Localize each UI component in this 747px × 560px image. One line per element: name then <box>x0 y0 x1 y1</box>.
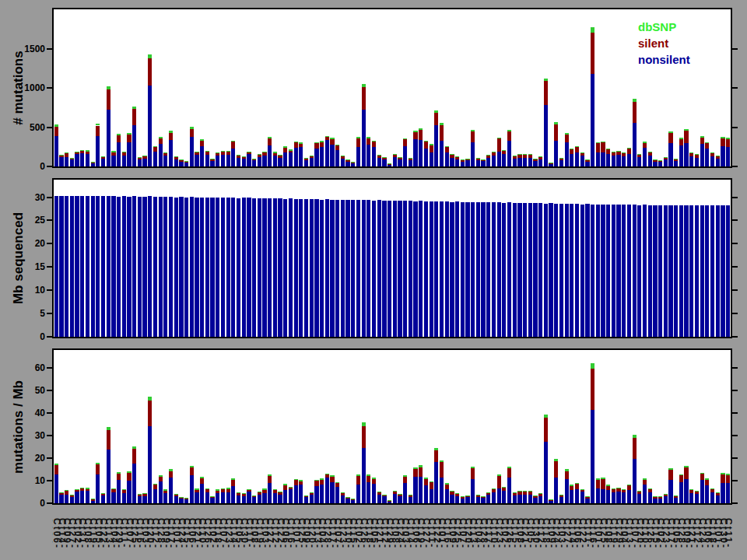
bar-dbsnp <box>184 161 188 162</box>
bar-silent <box>127 135 131 142</box>
bar-dbsnp <box>210 496 214 497</box>
bar-mb <box>96 196 100 337</box>
bar-mb <box>570 204 573 337</box>
bar-silent <box>653 497 657 499</box>
bar-nonsilent <box>351 163 355 166</box>
bar-nonsilent <box>648 156 652 166</box>
bar-nonsilent <box>517 158 521 166</box>
bar-dbsnp <box>658 160 662 161</box>
bar-silent <box>450 492 454 495</box>
bar-mb <box>523 203 527 337</box>
bar-silent <box>320 142 324 147</box>
bar-dbsnp <box>70 158 74 159</box>
bar-mb <box>325 199 329 337</box>
bar-silent <box>273 153 277 156</box>
bar-nonsilent <box>138 496 142 503</box>
bar-silent <box>70 159 74 160</box>
bar-mb <box>242 198 246 337</box>
bar-dbsnp <box>700 136 704 138</box>
bar-mb <box>289 198 293 337</box>
bar-silent <box>434 450 438 463</box>
y-tick-right <box>732 367 738 369</box>
bar-dbsnp <box>310 492 314 493</box>
bar-dbsnp <box>689 152 693 153</box>
bar-dbsnp <box>205 488 209 489</box>
bar-dbsnp <box>278 492 282 492</box>
bar-nonsilent <box>513 159 517 166</box>
bar-silent <box>388 501 391 502</box>
bar-silent <box>190 129 194 137</box>
bar-silent <box>216 491 219 493</box>
bar-nonsilent <box>310 158 314 166</box>
bar-mb <box>575 204 579 337</box>
bar-nonsilent <box>455 159 459 166</box>
bar-dbsnp <box>252 159 256 159</box>
bar-dbsnp <box>372 478 376 479</box>
bar-nonsilent <box>419 477 423 503</box>
legend: dbSNP silent nonsilent <box>638 19 690 68</box>
bar-dbsnp <box>356 137 360 138</box>
bar-dbsnp <box>554 122 558 124</box>
bar-mb <box>637 205 641 337</box>
bar-dbsnp <box>273 152 277 152</box>
bar-dbsnp <box>434 448 438 450</box>
bar-nonsilent <box>294 485 298 503</box>
bar-dbsnp <box>492 488 496 489</box>
bar-nonsilent <box>252 497 256 503</box>
bar-nonsilent <box>658 162 662 166</box>
bar-silent <box>111 489 115 492</box>
bar-nonsilent <box>637 157 641 166</box>
bar-dbsnp <box>148 54 152 58</box>
bar-nonsilent <box>388 502 391 503</box>
bar-nonsilent <box>91 501 95 503</box>
bar-dbsnp <box>96 124 100 126</box>
bar-dbsnp <box>231 141 235 142</box>
bar-dbsnp <box>210 159 214 159</box>
bar-mb <box>507 202 511 337</box>
bar-silent <box>409 158 412 159</box>
bar-mb <box>294 199 298 337</box>
bar-nonsilent <box>190 137 194 166</box>
bar-silent <box>345 497 349 498</box>
bar-silent <box>492 489 496 492</box>
bar-dbsnp <box>695 154 699 155</box>
bar-nonsilent <box>689 493 693 503</box>
bar-nonsilent <box>450 158 454 166</box>
bar-silent <box>465 495 469 497</box>
bar-nonsilent <box>434 125 438 166</box>
bar-nonsilent <box>289 489 293 503</box>
bar-nonsilent <box>409 497 412 503</box>
bar-silent <box>580 153 584 156</box>
bar-dbsnp <box>481 159 485 160</box>
bar-dbsnp <box>710 152 714 153</box>
bar-silent <box>533 496 537 498</box>
bar-nonsilent <box>356 147 360 166</box>
y-tick-label: 500 <box>0 122 45 133</box>
bar-nonsilent <box>362 448 366 503</box>
bar-nonsilent <box>54 474 58 503</box>
bar-dbsnp <box>679 138 683 139</box>
y-tick-right <box>732 166 738 167</box>
bar-silent <box>606 486 610 491</box>
bar-mb <box>424 201 428 337</box>
y-tick-left <box>47 457 52 459</box>
bar-dbsnp <box>273 489 277 490</box>
y-tick-right <box>732 87 738 89</box>
y-tick-left <box>47 266 52 268</box>
bar-nonsilent <box>585 162 589 166</box>
bar-silent <box>710 153 714 156</box>
bar-silent <box>695 155 699 157</box>
bar-mb <box>362 200 366 337</box>
bar-silent <box>86 152 89 154</box>
bar-mb <box>585 204 589 337</box>
bar-dbsnp <box>523 491 527 492</box>
bar-nonsilent <box>59 157 63 166</box>
bar-dbsnp <box>190 466 194 467</box>
bar-dbsnp <box>710 488 714 489</box>
bar-nonsilent <box>705 149 709 166</box>
bar-mb <box>689 205 693 337</box>
bar-mb <box>622 205 626 337</box>
bar-dbsnp <box>409 495 412 495</box>
bar-nonsilent <box>163 156 167 166</box>
bar-dbsnp <box>440 123 444 125</box>
